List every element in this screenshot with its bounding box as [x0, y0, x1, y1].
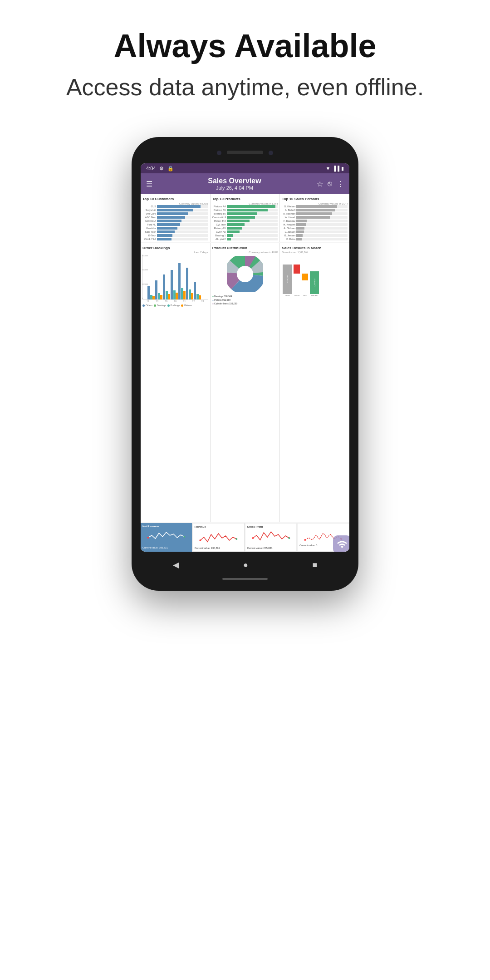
col-group — [147, 286, 155, 299]
settings-icon: ⚙ — [159, 166, 164, 172]
bar-row: Camshaft UB — [212, 216, 278, 219]
status-bar: 4:04 ⚙ 🔒 ▼ ▐▐ ▮ — [141, 163, 349, 173]
page-title: Always Available — [114, 27, 377, 64]
svg-point-10 — [288, 537, 290, 539]
bar-orange — [152, 296, 155, 299]
sparkline-gross-profit: Gross Profit Current value: 205,831 — [245, 523, 297, 552]
bar-blue — [147, 286, 150, 299]
sparkline-revenue-svg — [195, 529, 242, 545]
phone-home-bar — [141, 574, 349, 582]
bar-row: A. Oldman — [282, 227, 348, 230]
bar-row: Cyl. liner — [212, 223, 278, 226]
top10-products-panel: Top 10 Products Currency values in EUR P… — [211, 194, 280, 242]
app-title: Sales Overview — [152, 177, 317, 185]
product-distribution-title: Product Distribution — [212, 246, 278, 250]
bar-row: P. Rains — [282, 238, 348, 240]
order-bookings-panel: Order Bookings Last 7 days 600000 400000… — [141, 243, 210, 522]
bar-row: Ford NL — [142, 223, 208, 226]
bar-row: A. Bishoff — [282, 209, 348, 211]
app-header: ☰ Sales Overview July 26, 4:04 PM ☆ ⎋ ⋮ — [141, 173, 349, 194]
app-subtitle: July 26, 4:04 PM — [152, 185, 317, 191]
battery-icon: ▮ — [341, 166, 344, 172]
bar-row: Bearing 1 — [212, 234, 278, 237]
wf-bar-cogs: COGS — [294, 255, 300, 297]
customers-bar-chart: CUS Satya Ltd TUW Corp ABC Ben. ADRIANA … — [142, 205, 208, 240]
legend-dot — [181, 304, 183, 307]
bar-row: W. Hazel. — [282, 216, 348, 219]
bar-row: Hendriks — [142, 227, 208, 230]
sparkline-net-revenue-svg — [142, 529, 190, 544]
bar-row: Piston 343 — [212, 220, 278, 222]
col-x-labels: 17 18 19 20 21 22 23 — [142, 300, 208, 303]
bar-row: G. Kleisen — [282, 205, 348, 208]
legend-pistons: Pistons — [181, 304, 191, 307]
sparkline-gross-profit-svg — [247, 529, 295, 545]
order-bookings-legend: Others Bearings Bushings Pistons — [142, 304, 208, 307]
sparkline-gross-profit-value: Current value: 205,831 — [247, 547, 295, 549]
wifi-overlay-icon — [333, 535, 349, 552]
hamburger-menu-icon[interactable]: ☰ — [146, 180, 152, 188]
col-group — [163, 274, 170, 299]
legend-dot — [154, 304, 156, 307]
top10-customers-panel: Top 10 Customers Currency values in EUR … — [141, 194, 210, 242]
bar-row: Cyl ln A5 — [212, 230, 278, 233]
dashboard: Top 10 Customers Currency values in EUR … — [141, 194, 349, 552]
share-icon[interactable]: ⎋ — [328, 180, 332, 188]
header-icons: ☆ ⎋ ⋮ — [317, 180, 344, 188]
bar-row: L. Jansen — [282, 230, 348, 233]
phone-mockup: 4:04 ⚙ 🔒 ▼ ▐▐ ▮ ☰ Sales Overview July 26… — [132, 137, 358, 591]
status-time: 4:04 — [146, 166, 156, 171]
bar-row: F. Ramirez — [282, 220, 348, 222]
bar-row: Piston r A4 — [212, 205, 278, 208]
home-bar-indicator — [222, 578, 268, 580]
top10-salespersons-panel: Top 10 Sales Persons Currency values in … — [280, 194, 349, 242]
phone-bottom-nav: ◀ ● ■ — [141, 555, 349, 574]
more-options-icon[interactable]: ⋮ — [337, 180, 344, 188]
back-button[interactable]: ◀ — [173, 560, 179, 570]
phone-screen: 4:04 ⚙ 🔒 ▼ ▐▐ ▮ ☰ Sales Overview July 26… — [141, 163, 349, 552]
legend-dot — [142, 304, 145, 307]
col-group — [186, 268, 193, 299]
top10-salespersons-title: Top 10 Sales Persons — [282, 197, 348, 201]
sparkline-revenue: Revenue Current value: 230,369 — [192, 523, 245, 552]
svg-point-7 — [199, 539, 201, 541]
top10-customers-title: Top 10 Customers — [142, 197, 208, 201]
sparkline-net-revenue: Net Revenue Current value: 205,831 — [141, 523, 192, 552]
svg-point-11 — [304, 539, 306, 541]
svg-point-5 — [147, 537, 149, 539]
bar-row: TUW Corp — [142, 212, 208, 215]
bar-row: CALL YEA — [142, 238, 208, 240]
bar-row: Kalo Tech — [142, 230, 208, 233]
svg-point-6 — [183, 536, 185, 538]
camera-left — [217, 151, 221, 155]
sparkline-net-revenue-title: Net Revenue — [142, 525, 190, 528]
top-charts-row: Top 10 Customers Currency values in EUR … — [141, 194, 349, 242]
phone-speaker — [227, 151, 263, 154]
status-right: ▼ ▐▐ ▮ — [326, 166, 344, 172]
legend-bearings: Bearings — [154, 304, 166, 307]
pie-labels: ● Bearings 368,349 ● Pistons 911,669 ● C… — [212, 294, 278, 305]
top10-products-title: Top 10 Products — [212, 197, 278, 201]
bar-row: Piston r B5 — [212, 209, 278, 211]
gross-amount-label: Gross Amount: 1,598,746 — [282, 251, 348, 254]
sparkline-fourth: Current value: 0 — [297, 523, 349, 552]
legend-others: Others — [142, 304, 152, 307]
pie-chart-area — [212, 254, 278, 294]
bar-row: Piston p65 — [212, 227, 278, 230]
product-distribution-panel: Product Distribution Currency values in … — [211, 243, 280, 522]
col-group — [171, 270, 178, 299]
legend-dot — [167, 304, 170, 307]
wf-bar-net-revenue: 1,237,832 Net Rev — [310, 255, 319, 297]
bar-row: H. Keupink — [282, 223, 348, 226]
star-icon[interactable]: ☆ — [317, 180, 323, 188]
recents-button[interactable]: ■ — [312, 560, 317, 570]
lock-icon: 🔒 — [167, 166, 174, 172]
svg-point-8 — [235, 538, 237, 540]
home-button[interactable]: ● — [243, 560, 248, 570]
bar-row: Bearing 66 — [212, 212, 278, 215]
sparkline-net-revenue-value: Current value: 205,831 — [142, 546, 190, 549]
col-group — [178, 263, 186, 299]
svg-point-9 — [252, 537, 254, 539]
bar-row: R. Koltman — [282, 212, 348, 215]
wifi-status-icon: ▼ — [326, 166, 331, 171]
